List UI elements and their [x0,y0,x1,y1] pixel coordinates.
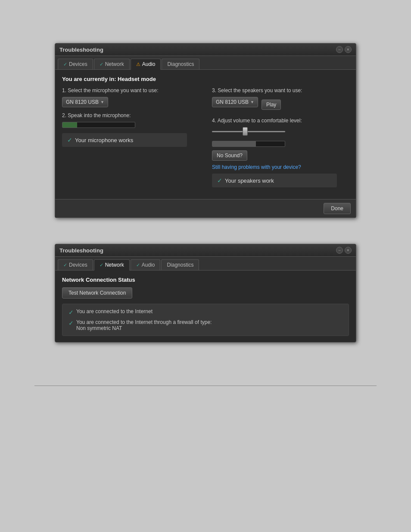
tab-devices-check-2: ✓ [63,262,67,268]
play-button[interactable]: Play [262,100,281,110]
speaker-bar-fill [212,141,256,146]
window-titlebar-1: Troubleshooting – ✕ [55,44,356,56]
tab-network-label-2: Network [105,262,124,268]
window-titlebar-2: Troubleshooting – ✕ [55,244,356,257]
result-check-icon-1: ✓ [68,309,74,316]
tabs-bar-1: ✓ Devices ✓ Network ⚠ Audio Diagnostics [55,56,356,70]
result-item-1: ✓ You are connected to the Internet [68,308,342,316]
mic-bar-fill [62,122,77,128]
test-network-button[interactable]: Test Network Connection [62,287,132,299]
result-text-main-1: You are connected to the Internet [76,308,153,314]
close-button-2[interactable]: ✕ [345,247,352,254]
speaker-dropdown-arrow: ▼ [250,100,254,104]
mic-dropdown-value: GN 8120 USB [66,99,99,105]
tab-audio-label-1: Audio [142,61,156,67]
tab-network-check-2: ✓ [100,262,103,268]
network-section-title: Network Connection Status [62,277,349,283]
tab-diagnostics-label-2: Diagnostics [167,262,193,268]
problem-link[interactable]: Still having problems with your device? [212,164,349,170]
tab-warn-icon: ⚠ [136,62,140,67]
mic-status-box: ✓ Your microphone works [62,133,187,147]
tab-devices-label-2: Devices [69,262,87,268]
speaker-status-box: ✓ Your speakers work [212,174,337,187]
tab-network-label-1: Network [105,61,124,67]
window-title-2: Troubleshooting [59,247,103,254]
speaker-dropdown[interactable]: GN 8120 USB ▼ [212,97,258,107]
window-footer-1: Done [55,199,356,218]
close-button[interactable]: ✕ [345,46,352,53]
tab-devices-2[interactable]: ✓ Devices [58,259,93,270]
mode-text: You are currently in: Headset mode [62,76,349,82]
tab-diagnostics-1[interactable]: Diagnostics [162,59,199,69]
minimize-button-2[interactable]: – [336,247,343,254]
audio-content: You are currently in: Headset mode 1. Se… [55,70,356,199]
speaker-check-icon: ✓ [217,177,222,184]
window-controls-2: – ✕ [336,247,352,254]
window-controls-1: – ✕ [336,46,352,53]
tab-audio-check-2: ✓ [136,262,140,268]
tab-audio-label-2: Audio [142,262,155,268]
speaker-dropdown-value: GN 8120 USB [216,99,249,105]
troubleshooting-window-2: Troubleshooting – ✕ ✓ Devices ✓ Network … [55,244,356,342]
tabs-bar-2: ✓ Devices ✓ Network ✓ Audio Diagnostics [55,257,356,271]
no-sound-button[interactable]: No Sound? [212,150,247,161]
tab-network-1[interactable]: ✓ Network [94,59,130,69]
tab-devices-1[interactable]: ✓ Devices [58,59,93,69]
tab-diagnostics-label-1: Diagnostics [167,61,194,67]
mic-level-bar [62,122,135,128]
step2-label: 2. Speak into the microphone: [62,112,199,118]
step3-label: 3. Select the speakers you want to use: [212,87,349,93]
page-divider [34,386,377,386]
minimize-button[interactable]: – [336,46,343,53]
tab-diagnostics-2[interactable]: Diagnostics [161,259,199,270]
network-results-box: ✓ You are connected to the Internet ✓ Yo… [62,304,349,336]
network-content: Network Connection Status Test Network C… [55,271,356,342]
volume-slider[interactable] [212,127,285,136]
speaker-dropdown-row: GN 8120 USB ▼ Play [212,97,349,112]
speaker-status-text: Your speakers work [225,177,274,184]
mic-check-icon: ✓ [67,137,72,143]
tab-network-2[interactable]: ✓ Network [94,259,130,271]
mic-dropdown-arrow: ▼ [100,100,104,104]
result-text-1: You are connected to the Internet [76,308,153,314]
troubleshooting-window-1: Troubleshooting – ✕ ✓ Devices ✓ Network … [55,43,356,218]
mic-dropdown[interactable]: GN 8120 USB ▼ [62,97,108,107]
result-text-main-2: You are connected to the Internet throug… [76,319,212,325]
slider-thumb[interactable] [243,127,248,136]
tab-audio-1[interactable]: ⚠ Audio [131,59,161,70]
audio-columns: 1. Select the microphone you want to use… [62,87,349,187]
speaker-column: 3. Select the speakers you want to use: … [208,87,349,187]
mic-column: 1. Select the microphone you want to use… [62,87,208,187]
tab-devices-label-1: Devices [69,61,87,67]
result-item-2: ✓ You are connected to the Internet thro… [68,319,342,331]
step1-label: 1. Select the microphone you want to use… [62,87,199,93]
result-text-sub-2: Non symmetric NAT [76,325,212,331]
mic-status-text: Your microphone works [75,137,133,143]
slider-track [212,131,285,132]
result-check-icon-2: ✓ [68,320,74,327]
done-button[interactable]: Done [324,203,351,214]
step4-label: 4. Adjust volume to a comfortable level: [212,118,349,124]
tab-check-icon-2: ✓ [100,62,103,67]
tab-check-icon: ✓ [63,62,67,67]
tab-audio-2[interactable]: ✓ Audio [131,259,161,270]
result-text-2: You are connected to the Internet throug… [76,319,212,331]
window-title-1: Troubleshooting [59,47,103,53]
speaker-level-bar [212,141,285,147]
